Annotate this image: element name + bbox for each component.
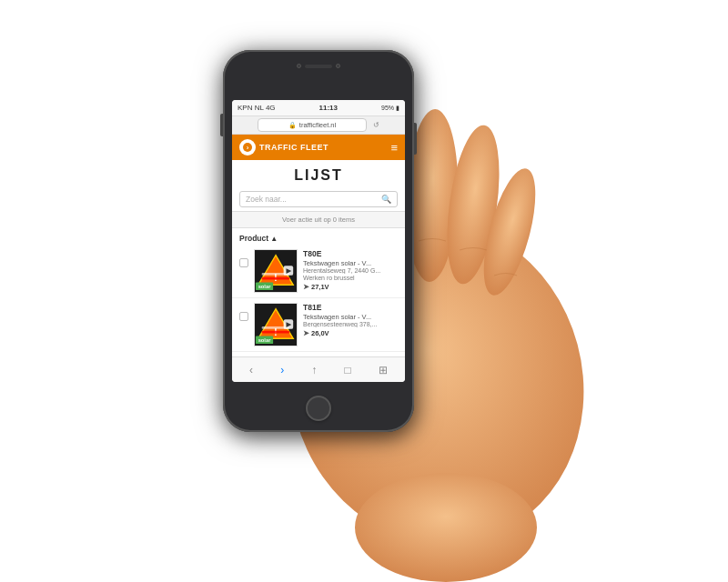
svg-text:solar: solar [258,337,272,343]
browser-bookmarks-button[interactable]: □ [340,362,354,378]
browser-forward-button[interactable]: › [277,362,288,378]
product-location-1: Werken ro brussel [303,275,398,281]
header-logo: › TRAFFIC FLEET [239,139,329,156]
search-bar: Zoek naar... 🔍 [232,187,405,211]
sort-arrow-icon[interactable]: ▲ [270,235,278,243]
app-header: › TRAFFIC FLEET ≡ [232,135,405,160]
time-display: 11:13 [319,104,338,112]
svg-point-6 [355,473,537,582]
status-right: 95% ▮ [381,105,399,112]
svg-point-4 [473,164,546,300]
voltage-value-1: 27,1V [311,283,329,291]
url-bar-inner[interactable]: 🔒 trafficfleet.nl [258,118,367,132]
url-text: trafficfleet.nl [299,121,336,129]
product-name-1: Tekstwagen solar - V... [303,259,398,267]
search-input-wrap[interactable]: Zoek naar... 🔍 [239,191,398,207]
voltage-arrow-2: ➤ [303,329,309,337]
voltage-value-2: 26,0V [311,329,329,337]
product-thumb-1: ! solar [254,249,298,293]
svg-text:›: › [247,144,249,152]
hamburger-icon[interactable]: ≡ [390,141,398,155]
product-voltage-2: ➤ 26,0V [303,329,398,337]
product-id-2: T81E [303,303,398,312]
product-checkbox-1[interactable] [239,258,248,267]
url-bar: 🔒 trafficfleet.nl ↺ [232,116,405,135]
page-title: LIJST [232,160,405,187]
status-left: KPN NL 4G [238,104,276,112]
phone-shell: KPN NL 4G 11:13 95% ▮ 🔒 trafficfleet.nl … [223,50,414,432]
search-icon[interactable]: 🔍 [381,195,391,204]
product-list: ! solar T80E [232,245,405,356]
product-item-1[interactable]: ! solar T80E [232,245,405,298]
phone-top [297,64,340,68]
product-voltage-1: ➤ 27,1V [303,283,398,291]
product-item-2[interactable]: ! solar T81E Tekstwagen solar - V... Ber [232,298,405,352]
lock-icon: 🔒 [288,122,297,129]
list-header-label: Product [239,234,268,243]
product-name-2: Tekstwagen solar - V... [303,313,398,321]
browser-back-button[interactable]: ‹ [246,362,257,378]
svg-text:solar: solar [258,284,272,289]
carrier-text: KPN NL [238,104,264,112]
phone-screen: KPN NL 4G 11:13 95% ▮ 🔒 trafficfleet.nl … [232,100,405,382]
product-address-2: Bergensesteenweg 378,... [303,321,398,327]
logo-icon: › [239,139,256,156]
header-title: TRAFFIC FLEET [259,143,329,152]
camera-dot-2 [336,64,340,68]
scene: KPN NL 4G 11:13 95% ▮ 🔒 trafficfleet.nl … [0,0,728,582]
home-button[interactable] [306,396,331,421]
camera-dot [297,64,301,68]
network-text: 4G [266,104,276,112]
browser-share-button[interactable]: ↑ [308,362,320,378]
browser-tabs-button[interactable]: ⊞ [375,362,391,378]
list-header: Product ▲ [232,228,405,245]
status-bar: KPN NL 4G 11:13 95% ▮ [232,100,405,116]
svg-rect-14 [262,277,290,280]
product-info-1: T80E Tekstwagen solar - V... Herentalsew… [303,249,398,291]
action-bar: Voer actie uit op 0 items [232,211,405,228]
product-checkbox-2[interactable] [239,312,248,321]
browser-bottom-nav: ‹ › ↑ □ ⊞ [232,356,405,382]
svg-point-3 [439,122,508,287]
battery-text: 95% [381,105,394,111]
reload-icon[interactable]: ↺ [373,121,379,129]
speaker-slit [305,65,332,68]
product-address-1: Herentalseweg 7, 2440 G... [303,267,398,274]
voltage-arrow-1: ➤ [303,283,309,291]
svg-rect-23 [262,331,290,334]
product-info-2: T81E Tekstwagen solar - V... Bergenseste… [303,303,398,337]
product-id-1: T80E [303,249,398,258]
product-thumb-2: ! solar [254,303,298,346]
battery-icon: ▮ [396,105,399,112]
search-placeholder: Zoek naar... [246,195,381,204]
